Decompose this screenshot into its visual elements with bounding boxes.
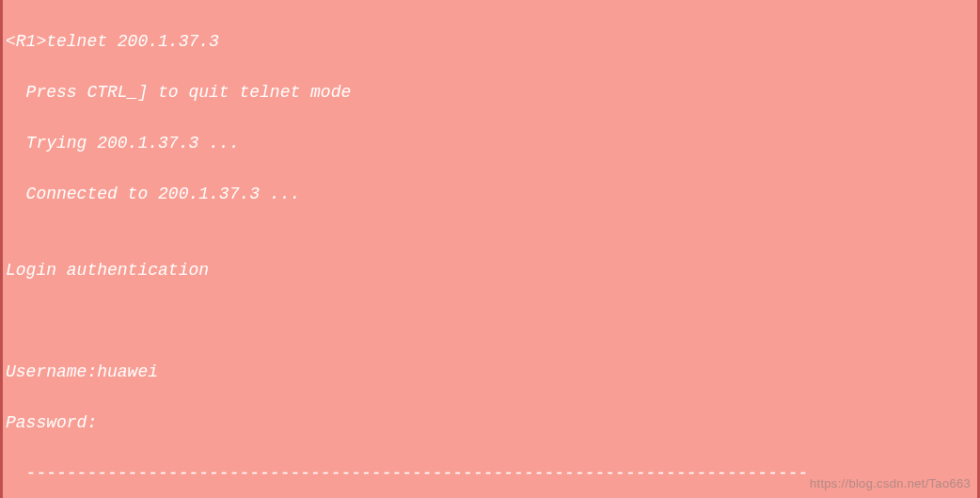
username-line: Username:huawei (6, 360, 974, 385)
password-line: Password: (6, 410, 974, 436)
terminal-output[interactable]: <R1>telnet 200.1.37.3 Press CTRL_] to qu… (0, 0, 980, 498)
telnet-connected-line: Connected to 200.1.37.3 ... (6, 182, 974, 207)
watermark-text: https://blog.csdn.net/Tao663 (810, 474, 971, 493)
telnet-trying-line: Trying 200.1.37.3 ... (6, 131, 974, 156)
border-left (0, 0, 3, 498)
prompt-command-line: <R1>telnet 200.1.37.3 (6, 29, 974, 55)
telnet-quit-hint: Press CTRL_] to quit telnet mode (6, 80, 974, 105)
login-auth-header: Login authentication (6, 258, 974, 283)
